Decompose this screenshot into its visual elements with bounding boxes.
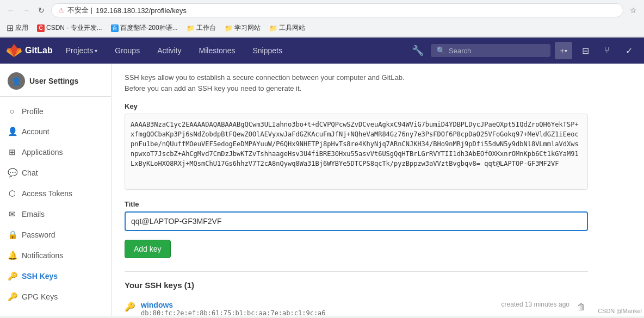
nav-items: Projects ▾ Groups Activity Milestones Sn… xyxy=(61,44,287,57)
top-navigation: GitLab Projects ▾ Groups Activity Milest… xyxy=(0,38,644,64)
dropdown-arrow-icon: ▾ xyxy=(565,48,567,54)
account-icon: 👤 xyxy=(8,127,16,136)
sidebar-item-password[interactable]: 🔒 Password xyxy=(0,225,111,245)
key-item-fingerprint: db:80:fc:2e:ef:8b:61:75:b1:bc:aa:7e:ab:c… xyxy=(141,309,496,316)
your-keys-section: Your SSH keys (1) 🔑 windows db:80:fc:2e:… xyxy=(125,271,588,316)
folder-icon-2: 📁 xyxy=(225,24,233,32)
address-bar[interactable]: ⚠ 不安全 | 192.168.180.132/profile/keys xyxy=(51,3,623,17)
sidebar-item-applications[interactable]: ⊞ Applications xyxy=(0,142,111,163)
main-content: SSH keys allow you to establish a secure… xyxy=(112,64,644,316)
bookmarks-bar: ⊞ 应用 C CSDN - 专业开发... 百 百度翻译-200种语... 📁 … xyxy=(0,21,644,37)
key-section: Key xyxy=(125,102,588,191)
title-input[interactable] xyxy=(125,211,588,231)
fox-logo-icon xyxy=(7,43,22,58)
forward-button[interactable]: → xyxy=(20,4,33,17)
email-icon: ✉ xyxy=(8,209,16,219)
content-inner: SSH keys allow you to establish a secure… xyxy=(112,64,601,316)
avatar: 👤 xyxy=(8,72,25,90)
title-label: Title xyxy=(125,200,588,208)
sidebar-item-profile[interactable]: ○ Profile xyxy=(0,101,111,121)
key-item: 🔑 windows db:80:fc:2e:ef:8b:61:75:b1:bc:… xyxy=(125,296,588,316)
baidu-favicon: 百 xyxy=(111,24,119,32)
key-item-info: windows db:80:fc:2e:ef:8b:61:75:b1:bc:aa… xyxy=(141,301,496,316)
search-icon: 🔍 xyxy=(436,46,445,55)
reload-button[interactable]: ↻ xyxy=(35,4,48,17)
nav-activity[interactable]: Activity xyxy=(153,44,185,57)
bookmark-csdn[interactable]: C CSDN - 专业开发... xyxy=(35,22,104,34)
security-text: 不安全 | xyxy=(67,5,92,15)
csdn-watermark: CSDN @Mankel xyxy=(598,308,642,314)
bookmark-star-button[interactable]: ☆ xyxy=(627,4,640,17)
person-icon: ○ xyxy=(8,107,16,116)
sidebar-item-account[interactable]: 👤 Account xyxy=(0,121,111,142)
search-input[interactable] xyxy=(449,47,545,55)
csdn-favicon: C xyxy=(37,24,45,32)
gitlab-logo[interactable]: GitLab xyxy=(7,43,53,58)
back-button[interactable]: ← xyxy=(4,4,17,17)
nav-projects[interactable]: Projects ▾ xyxy=(61,44,102,57)
gitlab-app: GitLab Projects ▾ Groups Activity Milest… xyxy=(0,38,644,316)
bell-icon: 🔔 xyxy=(8,251,16,260)
sidebar-item-ssh-keys[interactable]: 🔑 SSH Keys xyxy=(0,266,111,286)
address-url: 192.168.180.132/profile/keys xyxy=(96,7,187,15)
key-item-icon: 🔑 xyxy=(125,302,135,312)
gitlab-brand-text: GitLab xyxy=(25,46,53,55)
key-label: Key xyxy=(125,102,588,110)
sidebar-item-notifications[interactable]: 🔔 Notifications xyxy=(0,245,111,266)
sidebar-item-chat[interactable]: 💬 Chat xyxy=(0,163,111,183)
nav-groups[interactable]: Groups xyxy=(110,44,144,57)
bookmark-learn[interactable]: 📁 学习网站 xyxy=(222,22,263,34)
add-key-button[interactable]: Add key xyxy=(125,240,171,258)
check-icon[interactable]: ✓ xyxy=(620,42,637,59)
bookmark-tools[interactable]: 📁 工具网站 xyxy=(267,22,307,34)
security-icon: ⚠ xyxy=(58,7,64,14)
key-item-created: created 13 minutes ago xyxy=(501,301,569,308)
sidebar-header: 👤 User Settings xyxy=(0,64,111,97)
sidebar-item-gpg-keys[interactable]: 🔑 GPG Keys xyxy=(0,286,111,307)
plus-icon[interactable]: + ▾ xyxy=(555,42,572,59)
gpg-key-icon: 🔑 xyxy=(8,292,16,302)
ssh-intro-text: SSH keys allow you to establish a secure… xyxy=(125,72,588,93)
nav-milestones[interactable]: Milestones xyxy=(195,44,240,57)
folder-icon-3: 📁 xyxy=(269,24,277,32)
password-icon: 🔒 xyxy=(8,230,16,240)
title-section: Title xyxy=(125,200,588,231)
wrench-icon[interactable]: 🔧 xyxy=(409,42,426,59)
bookmark-baidu-translate[interactable]: 百 百度翻译-200种语... xyxy=(109,22,180,34)
key-item-name[interactable]: windows xyxy=(141,301,496,309)
sidebar-title: User Settings xyxy=(29,77,78,85)
browser-chrome: ← → ↻ ⚠ 不安全 | 192.168.180.132/profile/ke… xyxy=(0,0,644,38)
ssh-key-icon: 🔑 xyxy=(8,271,16,281)
sidebar-item-emails[interactable]: ✉ Emails xyxy=(0,204,111,225)
apps-icon: ⊞ xyxy=(8,147,16,157)
fork-icon[interactable]: ⑂ xyxy=(598,42,616,59)
nav-snippets[interactable]: Snippets xyxy=(248,44,286,57)
chevron-down-icon: ▾ xyxy=(95,48,97,54)
delete-key-button[interactable]: 🗑 xyxy=(575,301,588,314)
bookmark-apps[interactable]: ⊞ 应用 xyxy=(4,22,30,34)
key-textarea[interactable] xyxy=(125,114,588,190)
chat-icon: 💬 xyxy=(8,168,16,178)
browser-toolbar: ← → ↻ ⚠ 不安全 | 192.168.180.132/profile/ke… xyxy=(0,0,644,21)
bookmark-workspace[interactable]: 📁 工作台 xyxy=(184,22,218,34)
sidebar: 👤 User Settings ○ Profile 👤 Account ⊞ Ap… xyxy=(0,64,112,316)
nav-buttons: ← → ↻ xyxy=(4,4,48,17)
token-icon: ⬡ xyxy=(8,189,16,198)
search-bar[interactable]: 🔍 xyxy=(431,44,550,57)
sidebar-item-access-tokens[interactable]: ⬡ Access Tokens xyxy=(0,183,111,204)
sidebar-navigation: ○ Profile 👤 Account ⊞ Applications 💬 Cha… xyxy=(0,97,111,311)
main-area: 👤 User Settings ○ Profile 👤 Account ⊞ Ap… xyxy=(0,64,644,316)
folder-icon: 📁 xyxy=(187,24,195,32)
your-keys-title: Your SSH keys (1) xyxy=(125,280,588,290)
panels-icon[interactable]: ⊟ xyxy=(577,42,594,59)
